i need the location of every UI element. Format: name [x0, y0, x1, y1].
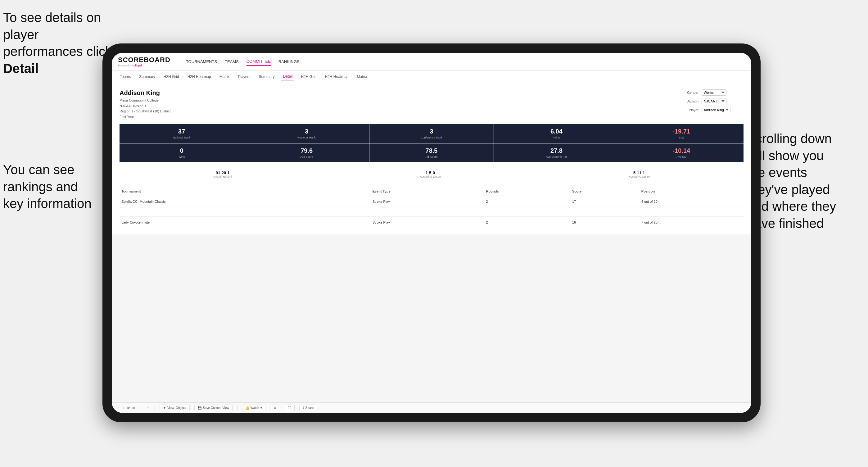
- undo-icon[interactable]: ↩: [116, 406, 119, 410]
- cell-score-3: 16: [570, 217, 640, 228]
- table-row: Lady Coyote Invite Stroke Play 2 16 7 ou…: [120, 217, 744, 228]
- tab-summary2[interactable]: Summary: [257, 73, 276, 80]
- stat-national-rank: 37 National Rank: [120, 124, 244, 143]
- nav-rankings[interactable]: RANKINGS: [278, 58, 300, 65]
- cell-empty: [484, 208, 570, 217]
- table-row: Estella CC- Mountain Classic Stroke Play…: [120, 196, 744, 208]
- tab-matrix1[interactable]: Matrix: [218, 73, 231, 80]
- player-controls: Gender Women Division NJCAA I: [681, 89, 744, 113]
- stat-wins: 0 Wins: [120, 144, 244, 162]
- tab-detail[interactable]: Detail: [281, 73, 294, 81]
- tablet-screen: SCOREBOARD Powered by clippd TOURNAMENTS…: [112, 53, 751, 413]
- cell-empty: [120, 208, 371, 217]
- logo-area: SCOREBOARD Powered by clippd: [118, 56, 170, 67]
- tab-teams[interactable]: Teams: [118, 73, 132, 80]
- copy-icon[interactable]: ⊞: [132, 406, 135, 410]
- tablet-frame: SCOREBOARD Powered by clippd TOURNAMENTS…: [102, 43, 761, 422]
- cell-score-1: 17: [570, 196, 640, 208]
- division-label: Division: [681, 99, 699, 103]
- tab-h2h-grid2[interactable]: H2H Grid: [299, 73, 318, 80]
- watch-label: Watch: [251, 406, 259, 410]
- refresh-icon[interactable]: ⟳: [127, 406, 130, 410]
- records-row: 91-20-1 Overall Record 1-5-0 Record vs t…: [120, 167, 744, 182]
- toolbar-divider-2: [237, 405, 238, 411]
- fullscreen-btn[interactable]: ⛶: [285, 405, 294, 411]
- cell-tournament-1: Estella CC- Mountain Classic: [120, 196, 371, 208]
- player-name: Addison King: [120, 89, 170, 97]
- division-control: Division NJCAA I: [681, 98, 744, 104]
- record-overall: 91-20-1 Overall Record: [213, 170, 232, 178]
- share-btn[interactable]: ⤴ Share: [299, 405, 317, 411]
- cell-empty: [570, 208, 640, 217]
- stats-grid-1: 37 National Rank 3 Regional Rank 3 Confe…: [120, 124, 744, 143]
- nav-teams[interactable]: TEAMS: [225, 58, 239, 65]
- player-select[interactable]: Addison King: [702, 107, 731, 113]
- player-control: Player Addison King: [681, 107, 744, 113]
- table-body: Estella CC- Mountain Classic Stroke Play…: [120, 196, 744, 228]
- stats-grid-2: 0 Wins 79.6 Avg Score 78.5 Adj Score 2: [120, 144, 744, 162]
- annotation-bottom-text1: You can see: [3, 162, 74, 177]
- annotation-bottom-text2: rankings and: [3, 180, 78, 194]
- nav-committee[interactable]: COMMITTEE: [247, 57, 271, 66]
- player-region: Region 1 - Southwest (18) District: [120, 109, 170, 114]
- cell-empty: [640, 208, 744, 217]
- stat-regional-rank: 3 Regional Rank: [244, 124, 369, 143]
- screen-icon-btn[interactable]: 🖥: [270, 405, 280, 411]
- table-row: [120, 208, 744, 217]
- content-inner: Addison King Mesa Community College NJCA…: [112, 83, 751, 235]
- stat-conference-rank: 3 Conference Rank: [369, 124, 494, 143]
- stat-avg-score: 79.6 Avg Score: [244, 144, 369, 162]
- plus-icon[interactable]: +: [142, 406, 144, 410]
- record-top50: 5-11-1 Record vs top 50: [629, 170, 650, 178]
- annotation-top-left: To see details on player performances cl…: [3, 9, 118, 77]
- tab-h2h-heatmap1[interactable]: H2H Heatmap: [186, 73, 213, 80]
- col-score: Score: [570, 187, 640, 196]
- tab-h2h-heatmap2[interactable]: H2H Heatmap: [323, 73, 350, 80]
- nav-items: TOURNAMENTS TEAMS COMMITTEE RANKINGS: [186, 57, 300, 66]
- cell-empty: [371, 208, 484, 217]
- cell-tournament-3: Lady Coyote Invite: [120, 217, 371, 228]
- watch-icon: 🔔: [246, 406, 249, 410]
- toolbar-divider-1: [155, 405, 155, 411]
- save-custom-btn[interactable]: 💾 Save Custom View: [194, 405, 232, 411]
- tab-h2h-grid1[interactable]: H2H Grid: [162, 73, 181, 80]
- nav-tournaments[interactable]: TOURNAMENTS: [186, 58, 217, 65]
- gender-select[interactable]: Women: [702, 89, 726, 96]
- cell-position-3: 7 out of 20: [640, 217, 744, 228]
- watch-btn[interactable]: 🔔 Watch ▾: [242, 405, 266, 411]
- toolbar-undo-redo: ↩ ↪ ⟳ ⊞ − + ⏱: [116, 406, 150, 410]
- player-college: Mesa Community College: [120, 98, 170, 103]
- gender-control: Gender Women: [681, 89, 744, 96]
- tab-summary1[interactable]: Summary: [137, 73, 157, 80]
- table-header: Tournament Event Type Rounds Score Posit…: [120, 187, 744, 196]
- main-content: Addison King Mesa Community College NJCA…: [112, 83, 751, 402]
- stat-avg-sg: -10.14 Avg SG: [619, 144, 744, 162]
- player-header: Addison King Mesa Community College NJCA…: [120, 89, 744, 120]
- player-info: Addison King Mesa Community College NJCA…: [120, 89, 170, 120]
- cell-position-1: 4 out of 20: [640, 196, 744, 208]
- view-original-label: View: Original: [167, 406, 187, 410]
- logo-powered: Powered by clippd: [118, 64, 170, 67]
- cell-rounds-3: 2: [484, 217, 570, 228]
- cell-event-3: Stroke Play: [371, 217, 484, 228]
- view-original-btn[interactable]: 👁 View: Original: [160, 405, 190, 411]
- annotation-bottom-text3: key information: [3, 196, 92, 211]
- col-tournament: Tournament: [120, 187, 371, 196]
- minus-icon[interactable]: −: [137, 406, 140, 410]
- tab-matrix2[interactable]: Matrix: [355, 73, 369, 80]
- division-select[interactable]: NJCAA I: [702, 98, 726, 104]
- annotation-detail-bold: Detail: [3, 61, 38, 76]
- record-top25: 1-5-0 Record vs top 25: [420, 170, 441, 178]
- clock-icon[interactable]: ⏱: [147, 406, 150, 410]
- annotation-bottom-left: You can see rankings and key information: [3, 161, 108, 212]
- save-icon: 💾: [198, 406, 202, 410]
- tab-players[interactable]: Players: [236, 73, 252, 80]
- stat-avg-score-to-par: 27.8 Avg Score to Par: [494, 144, 618, 162]
- col-rounds: Rounds: [484, 187, 570, 196]
- redo-icon[interactable]: ↪: [122, 406, 124, 410]
- annotation-top-left-text: To see details on player performances cl…: [3, 10, 112, 59]
- sub-nav: Teams Summary H2H Grid H2H Heatmap Matri…: [112, 70, 751, 83]
- top-nav: SCOREBOARD Powered by clippd TOURNAMENTS…: [112, 53, 751, 70]
- player-label: Player: [681, 108, 699, 112]
- col-event-type: Event Type: [371, 187, 484, 196]
